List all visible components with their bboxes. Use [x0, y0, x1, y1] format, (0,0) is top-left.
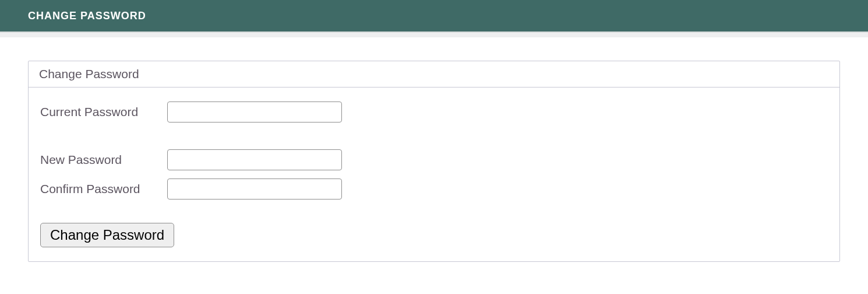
page-header: CHANGE PASSWORD — [0, 0, 868, 33]
content-area: Change Password Current Password New Pas… — [0, 37, 868, 262]
current-password-label: Current Password — [40, 105, 167, 119]
panel-body: Current Password New Password Confirm Pa… — [29, 88, 839, 261]
page-title: CHANGE PASSWORD — [28, 10, 146, 22]
new-password-input[interactable] — [167, 149, 342, 170]
submit-row: Change Password — [40, 223, 828, 247]
new-password-label: New Password — [40, 153, 167, 167]
panel-title: Change Password — [29, 61, 839, 88]
confirm-password-input[interactable] — [167, 178, 342, 200]
current-password-input[interactable] — [167, 102, 342, 123]
new-password-row: New Password — [40, 149, 828, 170]
header-divider — [0, 33, 868, 37]
confirm-password-row: Confirm Password — [40, 178, 828, 200]
change-password-panel: Change Password Current Password New Pas… — [28, 61, 840, 262]
change-password-button[interactable]: Change Password — [40, 223, 174, 247]
confirm-password-label: Confirm Password — [40, 182, 167, 196]
current-password-row: Current Password — [40, 102, 828, 123]
